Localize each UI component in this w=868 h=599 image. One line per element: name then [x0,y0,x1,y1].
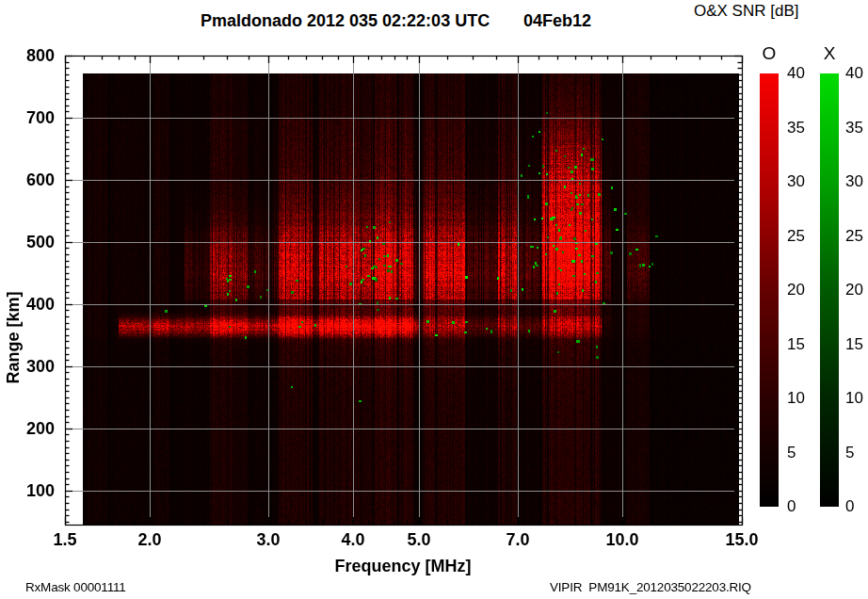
x-tick-label: 7.0 [490,530,546,549]
colorbar-tick-label: 0 [845,498,854,515]
colorbar-tick-label: 40 [845,65,863,82]
colorbar-tick-label: 20 [845,282,863,299]
colorbar-o-header: O [753,43,785,64]
x-tick-label: 15.0 [714,530,770,549]
colorbar-o-gradient [760,73,779,507]
colorbar-tick-label: 5 [845,445,854,461]
y-tick-label: 100 [8,481,55,500]
footer-rxmask: RxMask 00001111 [25,580,126,594]
y-tick-label: 700 [8,108,55,127]
y-tick-label: 800 [8,46,55,65]
colorbar-tick-label: 35 [845,120,863,137]
x-tick-label: 10.0 [594,530,651,549]
colorbar-tick-label: 30 [787,173,805,190]
x-tick-label: 3.0 [240,530,297,549]
x-tick-label: 2.0 [121,530,178,549]
y-tick-label: 500 [8,233,55,251]
y-tick-label: 600 [8,170,55,189]
x-tick-label: 4.0 [325,530,381,549]
chart-title: Pmaldonado 2012 035 02:22:03 UTC [201,11,490,31]
colorbar-tick-label: 25 [787,228,805,245]
x-tick-label: 5.0 [391,530,447,549]
ionogram-page: Pmaldonado 2012 035 02:22:03 UTC 04Feb12… [0,0,868,599]
x-tick-label: 1.5 [37,530,93,549]
colorbar-tick-label: 10 [787,390,805,407]
colorbar-title: O&X SNR [dB] [694,2,798,21]
x-axis-title: Frequency [MHz] [309,557,497,576]
colorbar-tick-label: 35 [787,120,805,137]
colorbar-tick-label: 25 [845,228,863,245]
colorbar-tick-label: 15 [845,336,863,353]
y-tick-label: 200 [8,419,55,438]
colorbar-x-header: X [813,43,845,64]
ionogram-heatmap [83,73,739,525]
colorbar-tick-label: 5 [787,445,796,461]
colorbar-tick-label: 20 [787,282,805,299]
chart-date: 04Feb12 [523,11,591,31]
colorbar-tick-label: 0 [787,498,796,515]
colorbar-tick-label: 40 [787,65,805,82]
colorbar-tick-label: 30 [845,173,863,190]
colorbar-tick-label: 10 [845,390,863,407]
y-axis-title: Range [km] [4,282,24,395]
footer-filename: VIPIR PM91K_2012035022203.RIQ [550,580,751,594]
colorbar-x-gradient [820,73,839,507]
colorbar-tick-label: 15 [787,336,805,353]
